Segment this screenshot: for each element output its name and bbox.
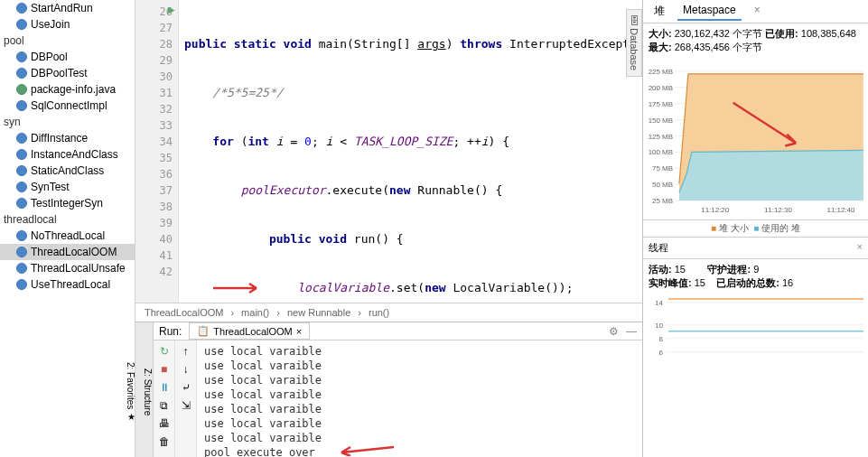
close-icon[interactable]: × (749, 2, 766, 21)
class-icon (16, 19, 27, 30)
svg-text:125 MB: 125 MB (649, 133, 673, 141)
tree-item[interactable]: UseJoin (0, 16, 135, 33)
run-toolbar: ↻ ■ ⏸ ⧉ 🖶 🗑 (154, 340, 175, 457)
run-label: Run: (159, 325, 182, 338)
svg-text:14: 14 (655, 299, 663, 307)
tree-item[interactable]: package-info.java (0, 81, 135, 98)
svg-text:25 MB: 25 MB (652, 197, 673, 205)
tree-item[interactable]: SqlConnectImpl (0, 98, 135, 114)
java-icon (16, 84, 27, 95)
down-icon[interactable]: ↓ (179, 362, 193, 377)
breadcrumb[interactable]: ThreadLocalOOM›main()›new Runnable›run() (135, 303, 642, 322)
tab-heap[interactable]: 堆 (649, 2, 670, 21)
class-icon (16, 263, 27, 274)
close-icon[interactable]: × (296, 326, 302, 337)
tree-folder-pool[interactable]: pool (0, 33, 135, 49)
tree-item-selected[interactable]: ThreadLocalOOM (0, 244, 135, 260)
run-toolbar-2: ↑ ↓ ⤶ ⇲ (175, 340, 197, 457)
project-tree: StartAndRun UseJoin pool DBPool DBPoolTe… (0, 0, 135, 457)
memory-tabs: 堆 Metaspace × (643, 0, 868, 23)
svg-text:50 MB: 50 MB (652, 181, 673, 189)
code-editor[interactable]: ▶ 2627282930313233343536373839404142 pub… (135, 0, 642, 303)
profiler-panel: 堆 Metaspace × 大小: 230,162,432 个字节 已使用: 1… (642, 0, 868, 457)
class-icon (16, 247, 27, 257)
thread-chart: 141086 (643, 294, 868, 366)
rerun-icon[interactable]: ↻ (157, 344, 172, 359)
svg-text:10: 10 (655, 322, 663, 330)
annotation-arrow-icon (211, 282, 266, 294)
svg-text:75 MB: 75 MB (652, 164, 673, 173)
layout-icon[interactable]: ⧉ (157, 398, 172, 413)
heap-stats: 大小: 230,162,432 个字节 已使用: 108,385,648 最大:… (643, 23, 868, 58)
svg-text:11:12:20: 11:12:20 (701, 206, 729, 214)
trash-icon[interactable]: 🗑 (157, 434, 172, 449)
tree-folder-threadlocal[interactable]: threadlocal (0, 211, 135, 228)
svg-text:100 MB: 100 MB (649, 148, 673, 156)
tree-item[interactable]: StaticAndClass (0, 163, 135, 179)
svg-text:225 MB: 225 MB (649, 68, 673, 76)
pause-icon[interactable]: ⏸ (157, 380, 172, 395)
tree-item[interactable]: DiffInstance (0, 130, 135, 146)
tree-item[interactable]: ThreadLocalUnsafe (0, 260, 135, 276)
svg-text:11:12:30: 11:12:30 (764, 206, 792, 214)
close-icon[interactable]: × (857, 241, 863, 252)
class-icon (16, 51, 27, 62)
left-toolwindow-stripe[interactable]: Z: Structure 2: Favorites ★ (135, 322, 154, 457)
svg-text:6: 6 (658, 349, 663, 357)
thread-stats: 活动: 15 守护进程: 9 实时峰值: 15 已启动的总数: 16 (643, 259, 868, 294)
class-icon (16, 149, 27, 160)
tree-folder-syn[interactable]: syn (0, 114, 135, 130)
run-gutter-icon[interactable]: ▶ (168, 5, 175, 14)
database-toolwindow-tab[interactable]: 🗄 Database (626, 9, 642, 77)
class-icon (16, 3, 27, 14)
up-icon[interactable]: ↑ (179, 344, 193, 359)
svg-text:200 MB: 200 MB (649, 84, 673, 92)
tab-metaspace[interactable]: Metaspace (677, 2, 742, 21)
line-gutter: 2627282930313233343536373839404142 (135, 0, 179, 303)
code-area[interactable]: public static void main(String[] args) t… (179, 0, 642, 303)
favorites-tab[interactable]: 2: Favorites ★ (126, 362, 135, 422)
wrap-icon[interactable]: ⤶ (179, 380, 193, 395)
svg-text:150 MB: 150 MB (649, 117, 673, 125)
console-output[interactable]: use local varaible use local varaible us… (197, 340, 642, 457)
class-icon (16, 165, 27, 176)
gear-icon[interactable]: ⚙ (609, 325, 619, 338)
print-icon[interactable]: 🖶 (157, 416, 172, 431)
svg-text:175 MB: 175 MB (649, 100, 673, 108)
threads-tab[interactable]: 线程 (649, 242, 668, 253)
class-icon (16, 100, 27, 111)
scroll-icon[interactable]: ⇲ (179, 398, 193, 413)
class-icon (16, 182, 27, 192)
tree-item[interactable]: SynTest (0, 179, 135, 195)
heap-legend: ■ 堆 大小 ■ 使用的 堆 (643, 220, 868, 237)
class-icon (16, 133, 27, 144)
svg-text:11:12:40: 11:12:40 (827, 206, 855, 214)
tree-item[interactable]: NoThreadLocal (0, 228, 135, 244)
class-icon (16, 68, 27, 79)
heap-chart: 225 MB200 MB175 MB150 MB125 MB100 MB75 M… (643, 58, 868, 220)
class-icon (16, 198, 27, 209)
tree-item[interactable]: StartAndRun (0, 0, 135, 16)
run-tab[interactable]: 📋 ThreadLocalOOM × (189, 322, 310, 340)
tree-item[interactable]: UseThreadLocal (0, 276, 135, 293)
stop-icon[interactable]: ■ (157, 362, 172, 377)
tree-item[interactable]: TestIntegerSyn (0, 195, 135, 211)
tree-item[interactable]: InstanceAndClass (0, 146, 135, 163)
minimize-icon[interactable]: — (626, 325, 637, 338)
svg-text:8: 8 (658, 335, 663, 343)
class-icon (16, 279, 27, 290)
tree-item[interactable]: DBPool (0, 49, 135, 65)
structure-tab[interactable]: Z: Structure (143, 368, 153, 415)
tree-item[interactable]: DBPoolTest (0, 65, 135, 81)
class-icon (16, 230, 27, 241)
